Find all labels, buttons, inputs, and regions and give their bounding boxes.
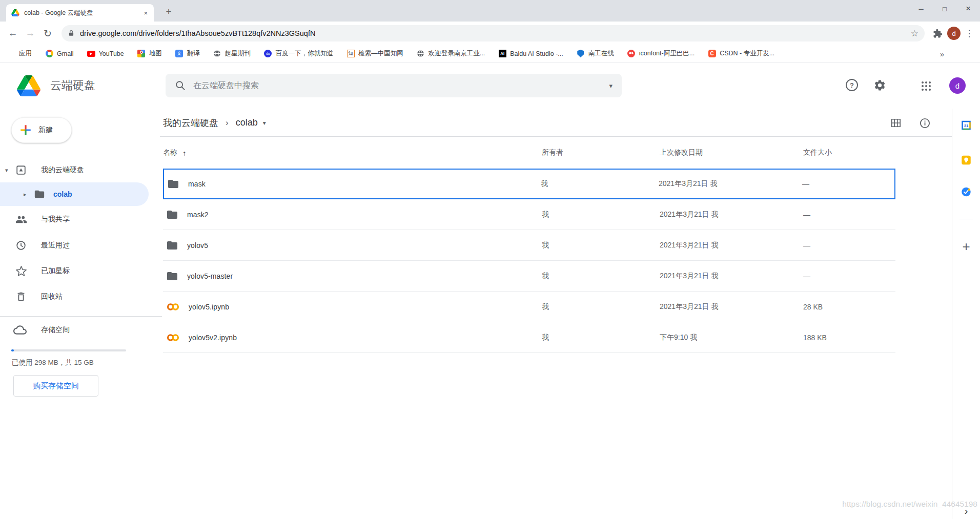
- search-options-caret-icon[interactable]: ▾: [609, 82, 612, 90]
- grid-view-button[interactable]: [889, 116, 903, 130]
- tab-close-icon[interactable]: ×: [142, 9, 149, 17]
- table-row[interactable]: mask 我 2021年3月21日 我 —: [163, 169, 895, 199]
- bookmark-label: 欢迎登录南京工业...: [428, 49, 485, 58]
- address-bar[interactable]: drive.google.com/drive/folders/1IhaAbsou…: [62, 25, 925, 41]
- search-input[interactable]: [193, 81, 602, 90]
- multicolor-plus-icon: [19, 123, 32, 137]
- reload-button[interactable]: ↻: [39, 25, 56, 42]
- sort-ascending-icon[interactable]: ↑: [182, 149, 187, 157]
- table-row[interactable]: yolov5-master 我 2021年3月21日 我 —: [163, 261, 895, 292]
- bookmark-baidu[interactable]: du 百度一下，你就知道: [264, 49, 334, 58]
- browser-profile-avatar[interactable]: d: [947, 27, 961, 40]
- globe-icon: [213, 50, 221, 57]
- bookmark-cnki[interactable]: 知 检索—中国知网: [346, 49, 403, 58]
- extensions-puzzle-icon[interactable]: [930, 26, 945, 41]
- table-row[interactable]: mask2 我 2021年3月21日 我 —: [163, 199, 895, 230]
- calendar-button[interactable]: 31: [961, 120, 972, 133]
- bookmarks-overflow-icon[interactable]: »: [940, 45, 944, 63]
- close-button[interactable]: ×: [956, 0, 980, 17]
- settings-button[interactable]: [873, 79, 886, 92]
- file-table: 名称 ↑ 所有者 上次修改日期 文件大小 mask 我 2021年3月21日 我…: [163, 137, 895, 353]
- new-button-label: 新建: [38, 126, 53, 135]
- column-name[interactable]: 名称: [163, 148, 177, 157]
- bookmark-label: iconfont-阿里巴巴...: [639, 49, 695, 58]
- file-modified: 2021年3月21日 我: [659, 179, 802, 189]
- minimize-button[interactable]: ─: [909, 0, 933, 17]
- bookmark-iconfont[interactable]: iconfont-阿里巴巴...: [627, 49, 695, 58]
- colab-icon: [166, 302, 180, 312]
- tasks-button[interactable]: [961, 186, 972, 199]
- cnki-icon: 知: [347, 50, 355, 57]
- chevron-right-icon[interactable]: ▸: [24, 191, 27, 198]
- youtube-icon: [87, 51, 95, 57]
- drive-body: 新建 ▾ 我的云端硬盘 ▸ colab: [0, 109, 980, 519]
- file-owner: 我: [542, 333, 660, 342]
- browser-menu-icon[interactable]: ⋮: [963, 26, 976, 41]
- drive-search-box[interactable]: ▾: [166, 74, 622, 97]
- new-button[interactable]: 新建: [11, 117, 72, 143]
- csdn-icon: C: [708, 50, 716, 57]
- chevron-down-icon[interactable]: ▾: [5, 167, 8, 174]
- sidebar-item-colab-selected[interactable]: ▸ colab: [0, 182, 149, 206]
- colab-icon: [166, 333, 180, 342]
- google-apps-button[interactable]: [922, 81, 924, 84]
- sidebar-item-trash[interactable]: 回收站: [0, 284, 160, 309]
- bookmark-maps[interactable]: 地图: [137, 49, 162, 58]
- browser-tab[interactable]: colab - Google 云端硬盘 ×: [6, 4, 154, 22]
- bookmark-chaoxing[interactable]: 超星期刊: [213, 49, 251, 58]
- column-size[interactable]: 文件大小: [803, 148, 895, 157]
- column-owner[interactable]: 所有者: [542, 148, 660, 157]
- google-drive-logo[interactable]: [17, 75, 40, 96]
- file-owner: 我: [542, 302, 660, 312]
- back-button[interactable]: ←: [4, 25, 22, 42]
- sidebar-divider: [0, 316, 162, 317]
- help-icon: ?: [846, 79, 858, 91]
- storage-usage-text: 已使用 298 MB，共 15 GB: [12, 358, 94, 367]
- bookmark-ai-studio[interactable]: AI Baidu AI Studio -...: [498, 50, 563, 58]
- help-button[interactable]: ?: [846, 79, 858, 91]
- sidebar-item-recent[interactable]: 最近用过: [0, 233, 160, 258]
- new-tab-button[interactable]: +: [162, 5, 175, 18]
- sidebar-item-label: 回收站: [41, 292, 63, 301]
- folder-icon: [166, 239, 178, 252]
- table-row[interactable]: yolov5v2.ipynb 我 下午9:10 我 188 KB: [163, 322, 895, 353]
- table-row[interactable]: yolov5.ipynb 我 2021年3月21日 我 28 KB: [163, 292, 895, 322]
- table-row[interactable]: yolov5 我 2021年3月21日 我 —: [163, 230, 895, 261]
- add-panel-app-button[interactable]: +: [962, 239, 970, 255]
- account-avatar[interactable]: d: [949, 77, 966, 94]
- file-modified: 2021年3月21日 我: [660, 272, 803, 281]
- breadcrumb-caret-icon[interactable]: ▾: [263, 119, 266, 127]
- bookmark-translate[interactable]: 文 翻译: [175, 49, 200, 58]
- sidebar-item-starred[interactable]: 已加星标: [0, 258, 160, 284]
- keep-icon: [961, 155, 972, 165]
- sidebar-item-label: 与我共享: [41, 215, 70, 224]
- sidebar-item-my-drive[interactable]: ▾ 我的云端硬盘: [0, 158, 160, 182]
- keep-button[interactable]: [961, 155, 972, 168]
- breadcrumb-separator-icon: ›: [226, 118, 229, 128]
- file-size: —: [802, 180, 894, 188]
- bookmark-youtube[interactable]: YouTube: [87, 50, 124, 58]
- bookmark-label: 超星期刊: [225, 49, 251, 58]
- breadcrumb-root[interactable]: 我的云端硬盘: [163, 117, 218, 129]
- bookmark-apps[interactable]: 应用: [7, 49, 32, 58]
- buy-storage-button[interactable]: 购买存储空间: [13, 375, 98, 397]
- maximize-button[interactable]: □: [933, 0, 956, 17]
- search-icon[interactable]: [175, 80, 186, 91]
- forward-button[interactable]: →: [22, 25, 39, 42]
- sidebar-item-storage[interactable]: 存储空间: [0, 318, 160, 342]
- file-name: mask: [188, 180, 206, 188]
- bookmark-njtech[interactable]: 欢迎登录南京工业...: [417, 49, 485, 58]
- bookmark-gmail[interactable]: Gmail: [45, 50, 74, 58]
- sidebar-item-shared-with-me[interactable]: 与我共享: [0, 206, 160, 233]
- breadcrumb-current[interactable]: colab: [236, 117, 258, 128]
- column-modified[interactable]: 上次修改日期: [660, 148, 803, 157]
- info-button[interactable]: [918, 116, 931, 130]
- collapse-panel-chevron-icon[interactable]: ›: [965, 505, 968, 517]
- file-modified: 下午9:10 我: [660, 333, 803, 342]
- bookmark-star-icon[interactable]: ☆: [911, 28, 918, 39]
- browser-toolbar: ← → ↻ drive.google.com/drive/folders/1Ih…: [0, 22, 980, 45]
- bookmark-nangong[interactable]: 南工在线: [577, 49, 614, 58]
- lock-icon: [68, 29, 75, 37]
- bookmark-csdn[interactable]: C CSDN - 专业开发...: [708, 49, 774, 58]
- globe-icon: [417, 50, 424, 57]
